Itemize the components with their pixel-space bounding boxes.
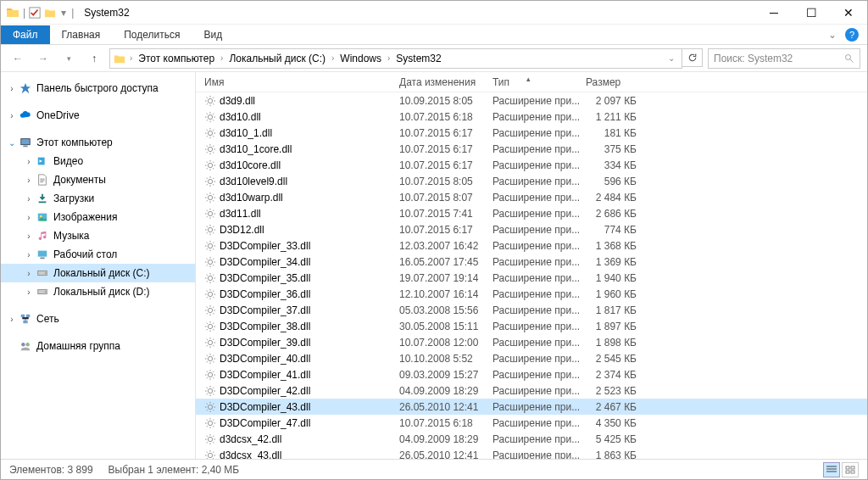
file-date: 10.07.2015 8:07 <box>399 192 492 204</box>
chevron-right-icon[interactable]: › <box>6 84 18 93</box>
file-row[interactable]: D3DCompiler_35.dll19.07.2007 19:14Расшир… <box>196 270 867 286</box>
file-row[interactable]: d3d10_1core.dll10.07.2015 6:17Расширение… <box>196 141 867 157</box>
ribbon-tab-file[interactable]: Файл <box>1 25 50 44</box>
file-size: 1 211 КБ <box>586 111 645 123</box>
tree-homegroup[interactable]: Домашняя группа <box>1 337 195 355</box>
column-name[interactable]: Имя <box>204 76 399 88</box>
chevron-right-icon[interactable]: › <box>23 176 35 185</box>
file-date: 10.07.2015 6:17 <box>399 224 492 236</box>
search-input[interactable]: Поиск: System32 <box>708 48 860 69</box>
file-row[interactable]: D3DCompiler_39.dll10.07.2008 12:00Расшир… <box>196 334 867 350</box>
quick-access-folder-icon[interactable] <box>44 7 56 19</box>
tree-label: Загрузки <box>53 193 94 204</box>
file-row[interactable]: d3d11.dll10.07.2015 7:41Расширение при..… <box>196 205 867 221</box>
chevron-right-icon[interactable]: › <box>23 194 35 204</box>
file-row[interactable]: d3d9.dll10.09.2015 8:05Расширение при...… <box>196 92 867 109</box>
file-name: D3DCompiler_40.dll <box>220 353 310 365</box>
nav-recent-dropdown[interactable]: ▾ <box>58 48 79 69</box>
file-row[interactable]: D3DCompiler_36.dll12.10.2007 16:14Расшир… <box>196 286 867 302</box>
tree-item-download[interactable]: ›Загрузки <box>1 189 195 208</box>
file-size: 774 КБ <box>586 224 645 236</box>
chevron-right-icon[interactable]: › <box>23 287 35 297</box>
tree-this-pc[interactable]: ⌄ Этот компьютер <box>1 133 195 152</box>
file-row[interactable]: D3DCompiler_47.dll10.07.2015 6:18Расшире… <box>196 415 867 431</box>
file-type: Расширение при... <box>492 111 586 123</box>
refresh-button[interactable] <box>682 48 703 67</box>
tree-item-video[interactable]: ›Видео <box>1 152 195 170</box>
file-row[interactable]: D3DCompiler_34.dll16.05.2007 17:45Расшир… <box>196 254 867 270</box>
file-row[interactable]: D3DCompiler_42.dll04.09.2009 18:29Расшир… <box>196 382 867 399</box>
chevron-right-icon[interactable]: › <box>23 213 35 222</box>
file-row[interactable]: d3d10warp.dll10.07.2015 8:07Расширение п… <box>196 189 867 205</box>
tree-onedrive[interactable]: › OneDrive <box>1 106 195 125</box>
chevron-right-icon[interactable]: › <box>329 53 337 63</box>
file-type: Расширение при... <box>492 95 586 107</box>
tree-item-desktop[interactable]: ›Рабочий стол <box>1 245 195 264</box>
file-name: d3dcsx_42.dll <box>220 433 281 445</box>
column-type[interactable]: Тип▴ <box>492 76 586 88</box>
tree-item-drive[interactable]: ›Локальный диск (C:) <box>1 264 195 282</box>
tree-item-drive[interactable]: ›Локальный диск (D:) <box>1 282 195 301</box>
file-row[interactable]: D3DCompiler_38.dll30.05.2008 15:11Расшир… <box>196 318 867 334</box>
nav-up-button[interactable]: ↑ <box>84 48 104 69</box>
chevron-right-icon[interactable]: › <box>23 250 35 260</box>
maximize-button[interactable]: ☐ <box>793 1 830 25</box>
tree-item-image[interactable]: ›Изображения <box>1 208 195 226</box>
view-details-button[interactable] <box>823 462 840 477</box>
file-type: Расширение при... <box>492 369 586 381</box>
ribbon-expand-icon[interactable]: ⌄ <box>828 29 837 41</box>
help-icon[interactable]: ? <box>845 28 859 42</box>
chevron-right-icon[interactable]: › <box>23 157 35 166</box>
close-button[interactable]: ✕ <box>830 1 867 25</box>
chevron-down-icon[interactable]: ⌄ <box>6 138 18 148</box>
chevron-right-icon[interactable]: › <box>6 111 18 120</box>
file-row[interactable]: d3d10level9.dll10.07.2015 8:05Расширение… <box>196 173 867 189</box>
breadcrumb-segment[interactable]: Windows <box>338 53 383 64</box>
breadcrumb-segment[interactable]: Локальный диск (C:) <box>227 53 327 64</box>
chevron-right-icon[interactable]: › <box>385 53 392 63</box>
dropdown-indicator[interactable]: ▾ <box>59 7 68 19</box>
file-row[interactable]: d3d10.dll10.07.2015 6:18Расширение при..… <box>196 109 867 125</box>
file-name: D3D12.dll <box>220 224 264 236</box>
titlebar: | ▾ | System32 ─ ☐ ✕ <box>1 1 867 25</box>
minimize-button[interactable]: ─ <box>755 1 793 25</box>
breadcrumb[interactable]: › Этот компьютер › Локальный диск (C:) ›… <box>109 48 682 69</box>
ribbon-tab-view[interactable]: Вид <box>192 25 234 44</box>
breadcrumb-segment[interactable]: Этот компьютер <box>136 53 216 64</box>
separator: | <box>71 7 74 19</box>
chevron-right-icon[interactable]: › <box>127 53 135 63</box>
tree-item-doc[interactable]: ›Документы <box>1 170 195 189</box>
breadcrumb-segment[interactable]: System32 <box>394 53 442 64</box>
tree-item-music[interactable]: ›Музыка <box>1 226 195 245</box>
file-row[interactable]: D3DCompiler_33.dll12.03.2007 16:42Расшир… <box>196 237 867 254</box>
file-size: 2 523 КБ <box>586 385 645 397</box>
dll-icon <box>204 288 216 300</box>
tree-network[interactable]: › Сеть <box>1 310 195 328</box>
nav-back-button[interactable]: ← <box>8 48 28 69</box>
file-name: d3d10level9.dll <box>220 176 287 187</box>
column-date[interactable]: Дата изменения <box>399 76 492 88</box>
file-row[interactable]: D3D12.dll10.07.2015 6:17Расширение при..… <box>196 221 867 237</box>
file-row[interactable]: D3DCompiler_43.dll26.05.2010 12:41Расшир… <box>196 399 867 415</box>
file-row[interactable]: D3DCompiler_37.dll05.03.2008 15:56Расшир… <box>196 302 867 318</box>
tree-quick-access[interactable]: › Панель быстрого доступа <box>1 79 195 98</box>
tree-label: Сеть <box>36 313 59 325</box>
breadcrumb-dropdown[interactable]: ⌄ <box>668 53 678 63</box>
file-row[interactable]: d3d10core.dll10.07.2015 6:17Расширение п… <box>196 157 867 173</box>
ribbon-tab-home[interactable]: Главная <box>50 25 113 44</box>
file-row[interactable]: D3DCompiler_41.dll09.03.2009 15:27Расшир… <box>196 366 867 382</box>
file-row[interactable]: D3DCompiler_40.dll10.10.2008 5:52Расшире… <box>196 350 867 366</box>
column-size[interactable]: Размер <box>586 76 645 88</box>
chevron-right-icon[interactable]: › <box>23 269 35 278</box>
file-row[interactable]: d3dcsx_43.dll26.05.2010 12:41Расширение … <box>196 447 867 459</box>
file-row[interactable]: d3dcsx_42.dll04.09.2009 18:29Расширение … <box>196 431 867 447</box>
quick-access-checked-icon[interactable] <box>29 7 41 19</box>
file-row[interactable]: d3d10_1.dll10.07.2015 6:17Расширение при… <box>196 125 867 141</box>
chevron-right-icon[interactable]: › <box>218 53 225 63</box>
view-icons-button[interactable] <box>842 462 859 477</box>
ribbon-tab-share[interactable]: Поделиться <box>112 25 192 44</box>
chevron-right-icon[interactable]: › <box>23 232 35 241</box>
nav-forward-button[interactable]: → <box>33 48 53 69</box>
file-list[interactable]: d3d9.dll10.09.2015 8:05Расширение при...… <box>196 92 867 459</box>
chevron-right-icon[interactable]: › <box>6 315 18 324</box>
